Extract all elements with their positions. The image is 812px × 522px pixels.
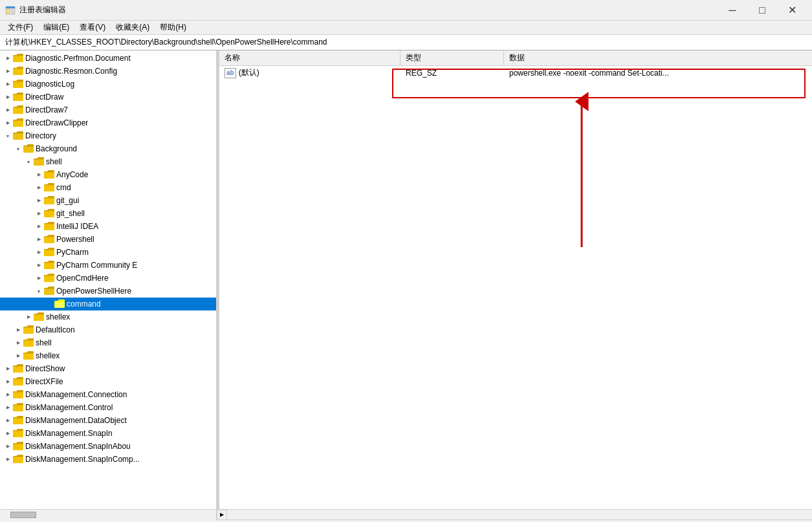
tree-item[interactable]: DiagnosticLog <box>0 78 216 91</box>
scroll-thumb[interactable] <box>10 512 36 518</box>
tree-item[interactable]: DiskManagement.Connection <box>0 388 216 401</box>
tree-item[interactable]: DiskManagement.Control <box>0 401 216 414</box>
expand-icon[interactable] <box>34 286 44 296</box>
tree-item[interactable]: shell <box>0 155 216 168</box>
expand-icon[interactable] <box>3 66 13 76</box>
expand-icon[interactable] <box>34 273 44 283</box>
expand-icon[interactable] <box>3 454 13 464</box>
expand-icon[interactable] <box>3 53 13 63</box>
menu-edit[interactable]: 编辑(E) <box>38 21 74 34</box>
expand-icon[interactable] <box>13 325 23 335</box>
menu-view[interactable]: 查看(V) <box>74 21 111 34</box>
expand-icon[interactable] <box>3 92 13 102</box>
menu-file[interactable]: 文件(F) <box>3 21 38 34</box>
expand-icon[interactable] <box>23 157 34 167</box>
tree-item[interactable]: DiskManagement.DataObject <box>0 414 216 427</box>
svg-rect-34 <box>44 237 54 237</box>
expand-icon[interactable] <box>3 118 13 128</box>
tree-item[interactable]: DiskManagement.SnapInAbou <box>0 440 216 453</box>
tree-item[interactable]: cmd <box>0 181 216 194</box>
expand-icon[interactable] <box>23 312 34 322</box>
expand-icon[interactable] <box>34 221 44 232</box>
tree-item[interactable]: PyCharm Community E <box>0 259 216 272</box>
tree-item-label: Directory <box>25 131 56 140</box>
expand-icon[interactable] <box>3 428 13 439</box>
tree-item[interactable]: Diagnostic.Perfmon.Document <box>0 52 216 65</box>
tree-item-label: DirectDrawClipper <box>25 118 88 127</box>
tree-item[interactable]: Diagnostic.Resmon.Config <box>0 65 216 78</box>
svg-rect-7 <box>13 69 23 75</box>
tree-item[interactable]: shellex <box>0 349 216 362</box>
tree-item[interactable]: shellex <box>0 310 216 323</box>
title-bar: 注册表编辑器 ─ □ ✕ <box>0 0 812 21</box>
svg-rect-27 <box>44 198 54 204</box>
tree-item[interactable]: DiskManagement.SnapInComp... <box>0 453 216 466</box>
svg-rect-29 <box>44 211 54 217</box>
expand-icon[interactable] <box>3 402 13 413</box>
folder-icon <box>44 183 54 192</box>
registry-tree[interactable]: Diagnostic.Perfmon.Document Diagnostic.R… <box>0 50 217 509</box>
folder-icon <box>23 351 34 360</box>
expand-icon[interactable] <box>3 441 13 451</box>
expand-icon[interactable] <box>3 79 13 89</box>
tree-item[interactable]: OpenCmdHere <box>0 272 216 285</box>
tree-item[interactable]: command <box>0 298 216 310</box>
minimize-button[interactable]: ─ <box>718 0 747 21</box>
tree-item-label: shellex <box>36 351 60 360</box>
expand-icon[interactable] <box>34 260 44 270</box>
svg-rect-2 <box>6 9 10 14</box>
close-button[interactable]: ✕ <box>777 0 807 21</box>
expand-icon[interactable] <box>34 234 44 245</box>
folder-icon <box>13 118 23 127</box>
maximize-button[interactable]: □ <box>747 0 777 21</box>
menu-help[interactable]: 帮助(H) <box>155 21 192 34</box>
expand-icon[interactable] <box>34 195 44 206</box>
expand-icon[interactable] <box>3 376 13 387</box>
menu-favorites[interactable]: 收藏夹(A) <box>111 21 155 34</box>
tree-item[interactable]: DirectDraw7 <box>0 103 216 116</box>
svg-rect-60 <box>13 405 23 406</box>
svg-rect-40 <box>44 276 54 276</box>
expand-icon[interactable] <box>34 208 44 219</box>
expand-icon[interactable] <box>13 338 23 348</box>
right-panel: 名称 类型 数据 ab(默认)REG_SZpowershell.exe -noe… <box>219 50 812 509</box>
expand-icon[interactable] <box>34 182 44 193</box>
tree-item[interactable]: DirectDrawClipper <box>0 116 216 129</box>
tree-item[interactable]: DirectShow <box>0 362 216 375</box>
tree-item[interactable]: OpenPowerShellHere <box>0 285 216 298</box>
col-header-type: 类型 <box>401 50 504 65</box>
tree-item[interactable]: git_gui <box>0 194 216 207</box>
expand-icon[interactable] <box>3 415 13 426</box>
tree-item[interactable]: Background <box>0 142 216 155</box>
tree-item[interactable]: Powershell <box>0 233 216 246</box>
tree-item[interactable]: Directory <box>0 129 216 142</box>
expand-icon[interactable] <box>44 299 54 309</box>
svg-rect-45 <box>34 314 44 321</box>
tree-item[interactable]: shell <box>0 336 216 349</box>
folder-icon <box>44 235 54 244</box>
expand-icon[interactable] <box>13 351 23 361</box>
expand-icon[interactable] <box>34 247 44 257</box>
tree-item[interactable]: IntelliJ IDEA <box>0 220 216 233</box>
tree-item[interactable]: DefaultIcon <box>0 323 216 336</box>
table-row[interactable]: ab(默认)REG_SZpowershell.exe -noexit -comm… <box>219 66 812 80</box>
tree-item[interactable]: PyCharm <box>0 246 216 259</box>
tree-item[interactable]: AnyCode <box>0 168 216 181</box>
expand-icon[interactable] <box>3 105 13 115</box>
expand-icon[interactable] <box>13 144 23 154</box>
tree-item-label: AnyCode <box>56 170 88 179</box>
tree-item[interactable]: DirectDraw <box>0 91 216 103</box>
expand-icon[interactable] <box>3 131 13 141</box>
bottom-scrollbar[interactable]: ▶ <box>0 509 812 519</box>
tree-item[interactable]: DirectXFile <box>0 375 216 388</box>
expand-icon[interactable] <box>34 169 44 180</box>
expand-icon[interactable] <box>3 364 13 374</box>
tree-item[interactable]: git_shell <box>0 207 216 220</box>
scroll-right-button[interactable]: ▶ <box>217 510 227 520</box>
tree-item-label: DiskManagement.Connection <box>25 390 127 399</box>
tree-item-label: git_gui <box>56 196 79 205</box>
tree-item[interactable]: DiskManagement.SnapIn <box>0 427 216 440</box>
table-body[interactable]: ab(默认)REG_SZpowershell.exe -noexit -comm… <box>219 66 812 80</box>
expand-icon[interactable] <box>3 389 13 400</box>
svg-rect-12 <box>13 94 23 95</box>
